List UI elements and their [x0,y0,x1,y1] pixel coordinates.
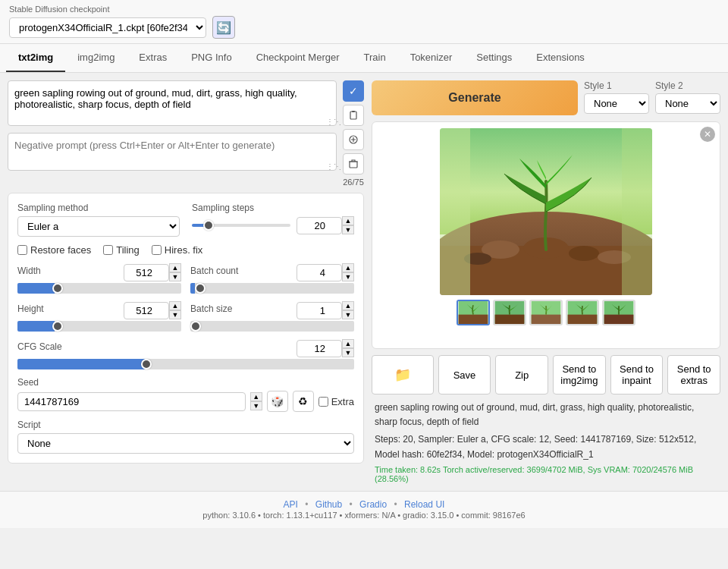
svg-point-8 [569,246,599,261]
checkboxes-row: Restore faces Tiling Hires. fix [17,244,354,256]
negative-prompt-input[interactable] [8,133,337,171]
negative-resize-handle[interactable]: ⋮⋱ [326,162,335,171]
github-link[interactable]: Github [315,499,342,510]
style1-label: Style 1 [584,80,649,91]
tiling-checkbox[interactable]: Tiling [103,244,140,256]
batch-count-down-button[interactable]: ▼ [342,272,354,281]
batch-size-slider[interactable] [190,321,354,332]
seed-row: ▲ ▼ 🎲 ♻ Extra [17,391,354,412]
sampling-steps-slider[interactable] [192,224,290,227]
zip-button[interactable]: Zip [495,355,548,395]
gradio-link[interactable]: Gradio [359,499,387,510]
positive-prompt-area: green sapling rowing out of ground, mud,… [8,80,337,128]
open-folder-button[interactable]: 📁 [372,355,434,395]
output-info: green sapling rowing out of ground, mud,… [372,401,720,483]
width-input[interactable] [124,264,169,281]
height-up-button[interactable]: ▲ [169,301,181,310]
tab-png-info[interactable]: PNG Info [179,44,243,72]
sampling-method-select[interactable]: Euler aEulerLMSDPM2 [17,216,180,237]
image-display: ✕ [372,121,720,349]
batch-size-up-button[interactable]: ▲ [342,301,354,310]
generate-button[interactable]: Generate [372,80,578,115]
width-label: Width [17,266,41,276]
svg-rect-17 [495,315,525,324]
sampling-row: Sampling method Euler aEulerLMSDPM2 Samp… [17,203,354,237]
send-to-img2img-button[interactable]: Send to img2img [553,355,606,395]
height-label: Height [17,303,44,314]
tab-checkpoint-merger[interactable]: Checkpoint Merger [244,44,352,72]
thumbnail-2[interactable] [493,300,526,325]
svg-rect-0 [350,112,356,119]
height-down-button[interactable]: ▼ [169,310,181,319]
tab-txt2img[interactable]: txt2img [6,44,65,72]
cfg-scale-input[interactable] [297,340,342,357]
tab-extras[interactable]: Extras [127,44,179,72]
refresh-checkpoint-button[interactable]: 🔄 [212,16,235,39]
svg-rect-19 [532,315,561,324]
restore-faces-checkbox[interactable]: Restore faces [17,244,91,256]
batch-count-up-button[interactable]: ▲ [342,263,354,272]
tab-tokenizer[interactable]: Tokenizer [398,44,465,72]
seed-down-button[interactable]: ▼ [250,401,262,410]
textarea-resize-handle[interactable]: ⋮⋱ [326,118,335,127]
style2-select[interactable]: NoneStyle A [655,93,720,114]
batch-count-slider[interactable] [190,283,354,294]
thumbnails [457,300,635,325]
script-select[interactable]: None Prompts from file or textbox X/Y/Z … [17,433,354,454]
tab-img2img[interactable]: img2img [65,44,127,72]
width-up-button[interactable]: ▲ [169,263,181,272]
height-stepper: ▲ ▼ [169,301,181,319]
tab-extensions[interactable]: Extensions [524,44,597,72]
width-batchcount-row: Width ▲ ▼ Batch count [17,263,354,294]
sampling-steps-input[interactable] [297,217,342,234]
checkpoint-select[interactable]: protogenX34OfficialR_1.ckpt [60fe2f34] [9,17,206,38]
steps-down-button[interactable]: ▼ [342,225,354,234]
svg-rect-13 [622,128,652,295]
batch-size-input[interactable] [297,302,342,319]
trash-button[interactable] [343,153,364,174]
output-timing-text: Time taken: 8.62s Torch active/reserved:… [375,465,717,483]
width-slider[interactable] [17,283,181,294]
output-prompt-text: green sapling rowing out of ground, mud,… [375,401,717,429]
seed-recycle-button[interactable]: ♻ [293,391,314,412]
save-button[interactable]: Save [438,355,491,395]
tab-settings[interactable]: Settings [464,44,524,72]
extra-checkbox[interactable]: Extra [318,396,354,407]
thumbnail-1[interactable] [457,300,490,325]
height-input[interactable] [124,302,169,319]
reload-link[interactable]: Reload UI [404,499,444,510]
batch-count-input[interactable] [297,264,342,281]
seed-up-button[interactable]: ▲ [250,392,262,401]
steps-up-button[interactable]: ▲ [342,216,354,225]
height-slider[interactable] [17,321,181,332]
thumbnail-5[interactable] [602,300,635,325]
cfg-down-button[interactable]: ▼ [342,348,354,357]
svg-rect-23 [604,315,634,324]
sampling-steps-stepper: ▲ ▼ [342,216,354,234]
thumbnail-3[interactable] [529,300,563,325]
checkbox-button[interactable]: ✓ [343,80,364,102]
sampling-steps-group: Sampling steps ▲ ▼ [192,203,354,234]
svg-rect-1 [352,111,355,112]
style1-select[interactable]: NoneStyle A [584,93,649,114]
styles-area: Style 1 NoneStyle A Style 2 NoneStyle A [584,80,720,115]
image-close-button[interactable]: ✕ [700,127,715,142]
style-button[interactable] [343,129,364,150]
token-count: 26/75 [343,178,364,187]
tab-train[interactable]: Train [352,44,398,72]
cfg-scale-slider[interactable] [17,359,354,369]
generate-area: Generate [372,80,578,115]
api-link[interactable]: API [284,499,298,510]
thumbnail-4[interactable] [566,300,599,325]
paste-button[interactable] [343,105,364,126]
send-to-extras-button[interactable]: Send to extras [667,355,720,395]
width-down-button[interactable]: ▼ [169,272,181,281]
batch-size-down-button[interactable]: ▼ [342,310,354,319]
seed-input[interactable] [17,392,246,411]
positive-prompt-input[interactable]: green sapling rowing out of ground, mud,… [8,80,337,126]
hires-fix-checkbox[interactable]: Hires. fix [152,244,203,256]
cfg-up-button[interactable]: ▲ [342,339,354,348]
send-to-inpaint-button[interactable]: Send to inpaint [610,355,664,395]
footer: API • Github • Gradio • Reload UI python… [0,491,728,528]
seed-dice-button[interactable]: 🎲 [267,391,288,412]
